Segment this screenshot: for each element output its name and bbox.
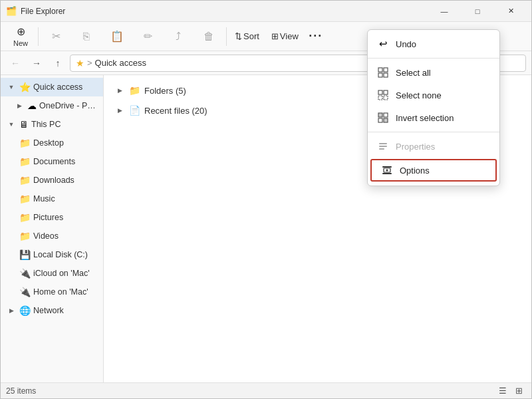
- share-icon: ⤴: [176, 31, 181, 43]
- menu-item-invert-selection[interactable]: Invert selection: [368, 106, 499, 129]
- home-mac-icon: 🔌: [19, 287, 31, 297]
- delete-button[interactable]: 🗑: [194, 24, 223, 49]
- sidebar-item-icloud[interactable]: 🔌 iCloud on 'Mac': [1, 264, 103, 283]
- item-count: 25 items: [6, 386, 36, 396]
- copy-button[interactable]: ⎘: [72, 24, 101, 49]
- delete-icon: 🗑: [203, 31, 214, 43]
- sidebar-item-network[interactable]: ▶ 🌐 Network: [1, 301, 103, 320]
- sidebar-label-onedrive: OneDrive - Persc: [39, 101, 98, 110]
- copy-icon: ⎘: [83, 31, 90, 43]
- close-button[interactable]: ✕: [495, 1, 526, 22]
- svg-rect-8: [378, 113, 382, 117]
- select-none-label: Select none: [396, 90, 442, 100]
- title-bar: 🗂️ File Explorer — □ ✕: [1, 1, 531, 22]
- svg-rect-7: [384, 96, 388, 100]
- svg-rect-12: [379, 143, 387, 144]
- network-icon: 🌐: [19, 305, 31, 316]
- svg-rect-17: [382, 173, 392, 174]
- this-pc-icon: 🖥: [19, 119, 29, 130]
- sidebar-item-documents[interactable]: 📁 Documents: [1, 152, 103, 171]
- sidebar-item-videos[interactable]: 📁 Videos: [1, 227, 103, 245]
- sort-label: ⇅ Sort: [235, 31, 259, 41]
- view-label: ⊞ View: [271, 31, 299, 41]
- recent-files-icon: 📄: [129, 105, 140, 116]
- folders-expand-icon: ▶: [114, 87, 125, 94]
- window-title: File Explorer: [21, 7, 429, 16]
- share-button[interactable]: ⤴: [164, 24, 193, 49]
- menu-item-properties: Properties: [368, 135, 499, 158]
- overflow-button[interactable]: ···: [305, 26, 327, 47]
- options-icon: [381, 164, 393, 176]
- list-view-button[interactable]: ☰: [495, 385, 510, 397]
- sidebar-label-home-mac: Home on 'Mac': [33, 287, 88, 297]
- music-icon: 📁: [19, 194, 31, 204]
- folders-label: Folders (5): [144, 86, 186, 96]
- new-label: New: [13, 39, 28, 47]
- sidebar-item-home-mac[interactable]: 🔌 Home on 'Mac': [1, 283, 103, 301]
- sidebar-label-pictures: Pictures: [33, 213, 63, 222]
- expand-icon-this-pc: ▼: [6, 119, 17, 130]
- expand-icon-onedrive: ▶: [14, 100, 25, 111]
- select-all-icon: [377, 66, 389, 78]
- view-button[interactable]: ⊞ View: [266, 24, 304, 49]
- sidebar-label-music: Music: [33, 194, 55, 203]
- sort-button[interactable]: ⇅ Sort: [229, 24, 265, 49]
- svg-rect-2: [378, 73, 382, 77]
- svg-rect-1: [384, 68, 388, 72]
- folders-icon: 📁: [129, 85, 140, 96]
- back-button[interactable]: ←: [6, 54, 25, 72]
- window-controls: — □ ✕: [429, 1, 526, 22]
- menu-item-undo[interactable]: ↩ Undo: [368, 33, 499, 55]
- cut-button[interactable]: ✂: [41, 24, 70, 49]
- desktop-icon: 📁: [19, 138, 31, 148]
- sidebar-item-downloads[interactable]: 📁 Downloads: [1, 171, 103, 190]
- menu-separator-1: [368, 58, 499, 59]
- address-path[interactable]: ★ > Quick access: [70, 55, 404, 72]
- menu-item-select-all[interactable]: Select all: [368, 61, 499, 84]
- sidebar-label-this-pc: This PC: [31, 120, 61, 129]
- menu-item-select-none[interactable]: Select none: [368, 84, 499, 106]
- sidebar-label-desktop: Desktop: [33, 138, 64, 148]
- invert-selection-icon: [377, 112, 389, 124]
- paste-icon: 📋: [110, 30, 124, 43]
- toolbar-separator-2: [226, 27, 227, 46]
- documents-icon: 📁: [19, 156, 31, 167]
- view-toggle-group: ☰ ⊞: [495, 385, 526, 397]
- sidebar-item-local-disk[interactable]: 💾 Local Disk (C:): [1, 245, 103, 264]
- svg-rect-0: [378, 68, 382, 72]
- sidebar-item-music[interactable]: 📁 Music: [1, 190, 103, 208]
- quick-access-icon: ⭐: [19, 82, 31, 92]
- new-icon: ⊕: [17, 25, 25, 38]
- svg-rect-3: [384, 73, 388, 77]
- svg-point-18: [386, 170, 388, 172]
- toolbar-separator-1: [38, 27, 39, 46]
- up-button[interactable]: ↑: [49, 54, 67, 72]
- path-text: Quick access: [95, 58, 146, 68]
- path-separator: >: [87, 58, 92, 68]
- rename-button[interactable]: ✏: [133, 24, 162, 49]
- select-all-label: Select all: [396, 68, 431, 78]
- sidebar-item-desktop[interactable]: 📁 Desktop: [1, 134, 103, 152]
- videos-icon: 📁: [19, 231, 31, 241]
- maximize-button[interactable]: □: [462, 1, 493, 22]
- svg-rect-9: [384, 113, 388, 117]
- new-button[interactable]: ⊕ New: [6, 24, 35, 49]
- sidebar-item-quick-access[interactable]: ▼ ⭐ Quick access: [1, 78, 103, 96]
- sidebar-item-onedrive[interactable]: ▶ ☁ OneDrive - Persc: [1, 96, 103, 115]
- menu-separator-2: [368, 132, 499, 132]
- path-star-icon: ★: [76, 58, 84, 68]
- sidebar: ▼ ⭐ Quick access ▶ ☁ OneDrive - Persc ▼ …: [1, 75, 104, 382]
- minimize-button[interactable]: —: [429, 1, 460, 22]
- sidebar-item-this-pc[interactable]: ▼ 🖥 This PC: [1, 115, 103, 134]
- pictures-icon: 📁: [19, 212, 31, 223]
- sidebar-item-pictures[interactable]: 📁 Pictures: [1, 208, 103, 227]
- grid-view-button[interactable]: ⊞: [511, 385, 526, 397]
- paste-button[interactable]: 📋: [102, 24, 132, 49]
- forward-button[interactable]: →: [27, 54, 46, 72]
- overflow-dropdown-menu: ↩ Undo Select all Select none: [367, 29, 500, 186]
- menu-item-options[interactable]: Options: [370, 159, 497, 182]
- svg-rect-4: [378, 90, 382, 94]
- options-label: Options: [400, 166, 430, 176]
- select-none-icon: [377, 89, 389, 101]
- sidebar-label-network: Network: [33, 306, 64, 315]
